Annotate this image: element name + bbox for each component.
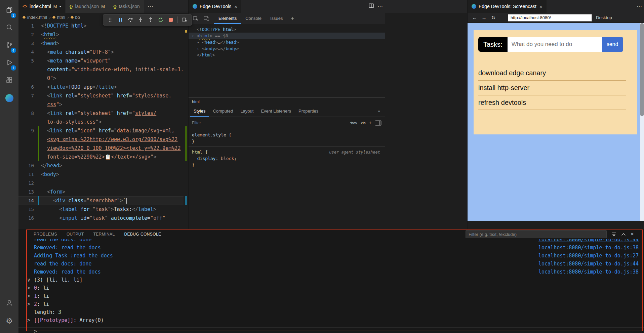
breadcrumb-body[interactable]: bo	[75, 15, 80, 20]
add-tool-icon[interactable]: +	[287, 13, 297, 24]
style-rule-row[interactable]: element.style {	[192, 132, 381, 138]
maximize-panel-icon[interactable]	[621, 233, 626, 236]
console-expand-chevron[interactable]: >	[27, 300, 30, 308]
expand-arrow-icon[interactable]: ▾	[192, 33, 194, 39]
activity-settings[interactable]: ⚙	[1, 312, 17, 330]
style-rule-row[interactable]: }	[192, 138, 381, 144]
step-into-button[interactable]	[136, 15, 145, 25]
console-expand-chevron[interactable]: >	[27, 292, 30, 300]
console-source-link[interactable]: localhost:8080/simple-to-do.js:44	[538, 260, 639, 268]
console-expand-chevron[interactable]: >	[27, 316, 30, 324]
toggle-class-button[interactable]: .cls	[360, 121, 366, 125]
todo-card: Tasks: send download edge canary install…	[474, 30, 637, 134]
tab-output[interactable]: OUTPUT	[67, 229, 84, 239]
style-rule-row[interactable]: display: block;	[192, 155, 381, 162]
todo-item[interactable]: refresh devtools	[478, 95, 626, 110]
overflow-tabs-icon[interactable]: »	[374, 106, 384, 117]
toggle-hover-state-button[interactable]: :hov	[350, 121, 357, 125]
breadcrumb-html[interactable]: html	[57, 15, 66, 20]
inspect-element-icon[interactable]	[191, 13, 201, 24]
code-editor[interactable]: 1<!DOCTYPE html>2<html>3<head>4 <meta ch…	[18, 22, 184, 229]
scrollbar[interactable]	[640, 23, 644, 221]
devtools-tab-elements[interactable]: Elements	[214, 13, 241, 24]
tab-terminal[interactable]: TERMINAL	[93, 229, 115, 239]
style-rule-row[interactable]: }	[192, 162, 381, 168]
more-actions-icon[interactable]: ⋯	[377, 3, 383, 10]
dom-tree-row[interactable]: ▸<body>…</body>	[189, 45, 385, 52]
activity-search[interactable]	[1, 19, 17, 37]
console-expand-chevron[interactable]: ∨	[27, 276, 30, 284]
expand-arrow-icon[interactable]: ▸	[197, 46, 199, 52]
dom-tree-row[interactable]: ▸<head>…</head>	[189, 39, 385, 45]
tab-debug-console[interactable]: DEBUG CONSOLE	[124, 229, 161, 239]
url-input[interactable]	[508, 14, 592, 22]
activity-extensions[interactable]	[1, 72, 17, 89]
new-style-rule-icon[interactable]: +	[369, 120, 372, 126]
tab-tasks-json[interactable]: {} tasks.json	[109, 0, 144, 13]
styles-pane[interactable]: element.style {}html {user agent stylesh…	[189, 129, 385, 229]
console-filter-input[interactable]	[466, 230, 607, 238]
breadcrumb-file[interactable]: index.html	[27, 15, 47, 20]
line-number: 7	[18, 91, 34, 100]
tab-screencast[interactable]: Edge DevTools: Screencast ×	[468, 0, 547, 13]
device-mode-label[interactable]: Desktop	[596, 15, 612, 20]
close-icon[interactable]: ×	[539, 4, 542, 9]
dom-tree-row[interactable]: <!DOCTYPE html>	[189, 26, 385, 33]
scrollbar-thumb[interactable]	[640, 23, 644, 116]
tab-styles[interactable]: Styles	[190, 106, 209, 117]
more-tabs-icon[interactable]: ⋯	[144, 3, 157, 10]
close-panel-icon[interactable]: ×	[631, 231, 634, 238]
task-input[interactable]	[508, 37, 602, 52]
close-icon[interactable]: ×	[234, 4, 237, 9]
step-out-button[interactable]	[146, 15, 155, 25]
activity-edge-devtools[interactable]	[1, 89, 17, 107]
stop-button[interactable]	[166, 15, 175, 25]
overview-ruler[interactable]	[184, 22, 188, 229]
tab-computed[interactable]: Computed	[209, 106, 237, 117]
devtools-tab-console[interactable]: Console	[241, 13, 266, 24]
split-editor-icon[interactable]	[369, 3, 374, 10]
reload-icon[interactable]: ↻	[490, 15, 496, 21]
todo-item[interactable]: download edge canary	[478, 66, 626, 81]
send-button[interactable]: send	[602, 37, 623, 52]
activity-account[interactable]	[1, 295, 17, 312]
tab-layout[interactable]: Layout	[237, 106, 257, 117]
styles-filter-input[interactable]	[192, 121, 347, 125]
console-source-link[interactable]: localhost:8080/simple-to-do.js:38	[538, 268, 639, 276]
tab-properties[interactable]: Properties	[295, 106, 322, 117]
back-icon[interactable]: ←	[472, 15, 478, 20]
step-over-button[interactable]	[126, 15, 135, 25]
console-source-link[interactable]: localhost:8080/simple-to-do.js:38	[538, 244, 639, 252]
tab-index-html[interactable]: <> index.html M ●	[18, 0, 66, 13]
inspect-button[interactable]	[180, 15, 189, 25]
toggle-sidebar-icon[interactable]	[375, 120, 381, 126]
filter-options-icon[interactable]	[611, 232, 616, 236]
user-agent-stylesheet-label: user agent stylesheet	[329, 149, 380, 156]
activity-source-control[interactable]: 4	[1, 37, 17, 54]
console-source-link[interactable]: localhost:8080/simple-to-do.js:27	[538, 252, 639, 260]
tab-launch-json[interactable]: {} launch.json M	[66, 0, 109, 13]
dirty-indicator[interactable]: ●	[59, 5, 61, 8]
tab-event-listeners[interactable]: Event Listeners	[257, 106, 295, 117]
expand-arrow-icon[interactable]: ▸	[197, 39, 199, 46]
activity-explorer[interactable]: 1	[1, 2, 17, 19]
dom-tree-row[interactable]: ▾<html> == $0	[189, 33, 385, 39]
console-input-row[interactable]: >	[18, 327, 644, 333]
tab-edge-devtools[interactable]: Edge DevTools ×	[189, 0, 242, 13]
devtools-tab-issues[interactable]: Issues	[266, 13, 287, 24]
todo-item[interactable]: install http-server	[478, 81, 626, 95]
dom-breadcrumb-item[interactable]: html	[192, 99, 200, 104]
dom-tree-row[interactable]: </html>	[189, 52, 385, 58]
activity-run-debug[interactable]: 1	[1, 54, 17, 72]
forward-icon[interactable]: →	[481, 15, 487, 20]
tab-problems[interactable]: PROBLEMS	[34, 229, 57, 239]
dom-tree[interactable]: <!DOCTYPE html>▾<html> == $0▸<head>…</he…	[189, 24, 385, 97]
debug-toolbar	[103, 14, 192, 26]
drag-handle[interactable]	[106, 15, 115, 25]
pause-button[interactable]	[116, 15, 125, 25]
restart-button[interactable]	[156, 15, 165, 25]
device-emulation-icon[interactable]	[201, 13, 211, 24]
more-actions-icon[interactable]: ⋯	[637, 3, 642, 10]
style-rule-row[interactable]: html {user agent stylesheet	[192, 149, 381, 155]
console-expand-chevron[interactable]: >	[27, 284, 30, 292]
